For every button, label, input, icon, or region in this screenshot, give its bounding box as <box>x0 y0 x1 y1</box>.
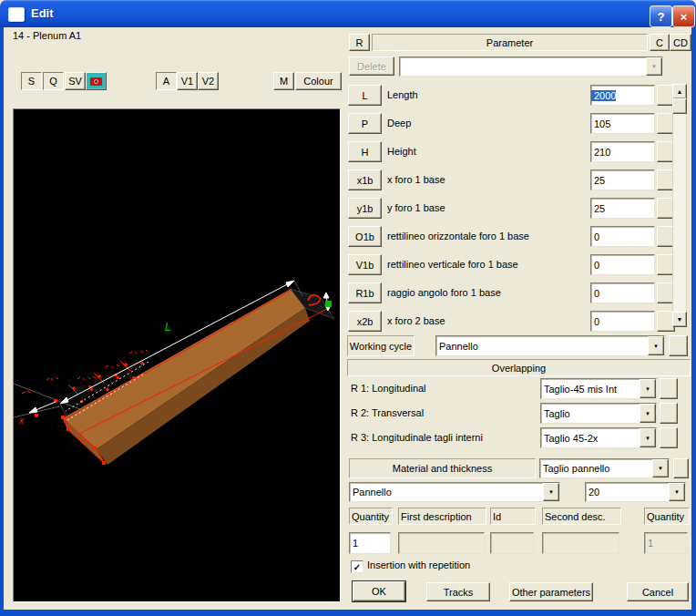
o1b-input[interactable]: 0 <box>590 226 655 247</box>
param-row-v1b: V1b rettilineo verticale foro 1 base 0 <box>348 254 691 273</box>
dropdown-arrow-icon[interactable]: ▼ <box>652 459 669 477</box>
cut-type-select[interactable]: Taglio pannello ▼ <box>539 458 670 478</box>
param-code-button[interactable]: H <box>348 141 382 162</box>
quantity2-input: 1 <box>644 532 688 554</box>
working-cycle-detail-button[interactable] <box>669 335 688 356</box>
cd-button[interactable]: CD <box>670 34 691 51</box>
quantity2-header: Quantity <box>644 508 690 525</box>
colour-button[interactable]: Colour <box>295 72 342 90</box>
other-parameters-button[interactable]: Other parameters <box>509 582 593 601</box>
deep-input[interactable]: 105 <box>590 113 655 134</box>
cut-detail-button[interactable] <box>673 458 689 478</box>
quantity-header: Quantity <box>349 508 393 525</box>
item-header: 14 - Plenum A1 <box>13 30 81 41</box>
v1b-input[interactable]: 0 <box>590 254 655 275</box>
id-input <box>490 532 534 554</box>
preset-select: ▼ <box>399 56 663 77</box>
param-row-x1b: x1b x foro 1 base 25 <box>348 169 691 189</box>
param-row-y1b: y1b y foro 1 base 25 <box>348 198 691 217</box>
r2-transversal-select[interactable]: Taglio ▼ <box>540 403 657 424</box>
length-input[interactable]: 2000 <box>590 85 655 106</box>
scrollbar-thumb[interactable] <box>672 98 687 114</box>
check-icon: ✓ <box>353 562 361 572</box>
scroll-up-icon[interactable]: ▲ <box>672 84 687 99</box>
param-label: Length <box>387 88 418 102</box>
scroll-down-icon[interactable]: ▼ <box>672 312 687 327</box>
first-description-header: First description <box>398 508 486 525</box>
r3-label: R 3: Longitudinale tagli interni <box>351 431 483 445</box>
window-border-left <box>0 27 4 611</box>
r2-detail-button[interactable] <box>660 403 678 424</box>
param-code-button[interactable]: L <box>348 85 382 106</box>
param-code-button[interactable]: O1b <box>348 226 382 247</box>
m-button[interactable]: M <box>273 72 294 90</box>
param-code-button[interactable]: x2b <box>348 311 382 332</box>
x1b-input[interactable]: 25 <box>590 169 655 190</box>
cancel-button[interactable]: Cancel <box>627 582 689 601</box>
dropdown-arrow-icon[interactable]: ▼ <box>669 483 685 501</box>
working-cycle-select[interactable]: Pannello ▼ <box>435 335 665 356</box>
param-label: x foro 1 base <box>387 173 445 187</box>
dropdown-arrow-icon[interactable]: ▼ <box>640 428 656 447</box>
param-label: rettilineo verticale foro 1 base <box>387 258 518 272</box>
param-row-x2b: x2b x foro 2 base 0 <box>348 311 691 330</box>
repetition-label: Insertion with repetition <box>367 560 470 570</box>
view-q-button[interactable]: Q <box>43 72 64 90</box>
r3-longitudinal-select[interactable]: Taglio 45-2x ▼ <box>540 427 657 448</box>
c-button[interactable]: C <box>650 34 670 51</box>
snapshot-button[interactable] <box>86 72 107 90</box>
x2b-input[interactable]: 0 <box>590 311 655 332</box>
param-code-button[interactable]: R1b <box>348 282 382 303</box>
origin-marker <box>325 301 332 307</box>
r1b-input[interactable]: 0 <box>590 282 655 303</box>
tracks-button[interactable]: Tracks <box>426 582 490 601</box>
dropdown-arrow-icon[interactable]: ▼ <box>543 483 559 501</box>
param-row-deep: P Deep 105 <box>348 113 691 132</box>
working-cycle-label: Working cycle <box>347 335 415 356</box>
dropdown-arrow-icon[interactable]: ▼ <box>640 404 656 423</box>
close-icon[interactable]: × <box>672 5 695 27</box>
y1b-input[interactable]: 25 <box>590 198 655 219</box>
quantity-input[interactable]: 1 <box>349 532 391 554</box>
dropdown-arrow-icon[interactable]: ▼ <box>648 336 664 355</box>
repetition-checkbox[interactable]: ✓ <box>351 560 363 573</box>
dimension-x-arrow <box>29 402 56 413</box>
window-icon <box>8 7 25 22</box>
view-a-button[interactable]: A <box>156 72 177 90</box>
x-dimension-label: x <box>18 416 25 426</box>
window-border-right <box>691 27 696 611</box>
param-scrollbar-track[interactable] <box>672 84 687 327</box>
3d-viewport[interactable]: L x <box>13 108 341 602</box>
r-button[interactable]: R <box>349 34 370 51</box>
r1-longitudinal-select[interactable]: Taglio-45 mis Int ▼ <box>540 378 657 399</box>
view-sv-button[interactable]: SV <box>65 72 86 90</box>
view-v1-button[interactable]: V1 <box>177 72 198 90</box>
height-input[interactable]: 210 <box>590 141 655 162</box>
r3-detail-button[interactable] <box>660 427 678 448</box>
r1-label: R 1: Longitudinal <box>351 382 426 395</box>
thickness-select[interactable]: 20 ▼ <box>585 482 686 502</box>
help-button[interactable]: ? <box>650 5 672 27</box>
param-code-button[interactable]: P <box>348 113 382 134</box>
param-label: Height <box>387 145 416 159</box>
dropdown-arrow-icon: ▼ <box>646 57 662 76</box>
view-v2-button[interactable]: V2 <box>198 72 219 90</box>
param-code-button[interactable]: V1b <box>348 254 382 275</box>
param-code-button[interactable]: x1b <box>348 169 382 190</box>
view-s-button[interactable]: S <box>21 72 42 90</box>
parameter-header: Parameter <box>372 34 648 51</box>
material-header: Material and thickness <box>349 458 536 478</box>
ok-button[interactable]: OK <box>353 581 405 601</box>
length-dimension-label: L <box>165 321 171 334</box>
dropdown-arrow-icon[interactable]: ▼ <box>640 379 656 398</box>
title-bar[interactable]: Edit ? × <box>0 0 696 27</box>
overlapping-header: Overlapping <box>347 359 691 376</box>
param-code-button[interactable]: y1b <box>348 198 382 219</box>
param-row-length: L Length 2000 <box>348 85 691 104</box>
param-label: rettilineo orizzontale foro 1 base <box>387 230 529 243</box>
param-label: x foro 2 base <box>387 314 445 328</box>
material-select[interactable]: Pannello ▼ <box>349 482 560 502</box>
r1-detail-button[interactable] <box>660 378 678 399</box>
second-description-header: Second desc. <box>542 508 621 525</box>
param-row-r1b: R1b raggio angolo foro 1 base 0 <box>348 282 691 302</box>
